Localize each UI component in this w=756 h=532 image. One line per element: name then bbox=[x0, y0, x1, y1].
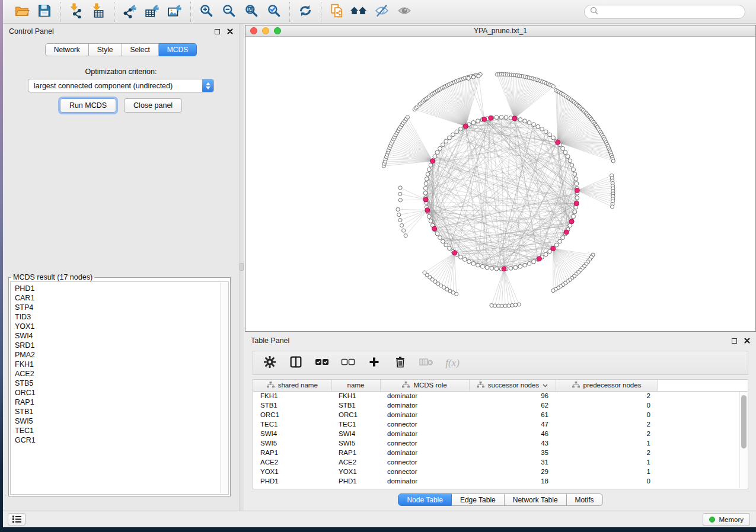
tab-motifs[interactable]: Motifs bbox=[567, 493, 603, 506]
graph-node[interactable] bbox=[523, 119, 527, 123]
graph-hub-node[interactable] bbox=[556, 140, 560, 145]
graph-node[interactable] bbox=[509, 266, 513, 270]
graph-node[interactable] bbox=[423, 191, 428, 196]
graph-leaf-node[interactable] bbox=[507, 304, 511, 307]
close-table-panel-button[interactable] bbox=[744, 338, 750, 344]
panel-splitter[interactable] bbox=[240, 24, 244, 511]
table-row[interactable]: RAP1RAP1dominator352 bbox=[253, 448, 748, 457]
graph-node[interactable] bbox=[566, 155, 570, 159]
task-history-button[interactable] bbox=[8, 513, 25, 525]
first-neighbors-button[interactable] bbox=[349, 2, 369, 21]
column-header-name[interactable]: name bbox=[331, 380, 380, 391]
graph-leaf-node[interactable] bbox=[398, 192, 402, 196]
graph-leaf-node[interactable] bbox=[551, 289, 555, 292]
table-row[interactable]: ACE2ACE2connector311 bbox=[253, 457, 748, 467]
save-session-button[interactable] bbox=[34, 2, 55, 21]
graph-node[interactable] bbox=[551, 136, 556, 140]
graph-node[interactable] bbox=[504, 116, 508, 120]
zoom-in-button[interactable] bbox=[196, 2, 216, 21]
graph-node[interactable] bbox=[568, 159, 572, 163]
mcds-result-item[interactable]: ACE2 bbox=[15, 369, 219, 379]
graph-hub-node[interactable] bbox=[432, 226, 437, 231]
tab-style[interactable]: Style bbox=[89, 43, 122, 56]
network-canvas-container[interactable] bbox=[245, 37, 755, 331]
graph-node[interactable] bbox=[554, 243, 559, 247]
graph-node[interactable] bbox=[532, 123, 536, 127]
graph-node[interactable] bbox=[561, 146, 565, 150]
graph-node[interactable] bbox=[518, 264, 522, 268]
window-close-icon[interactable] bbox=[250, 27, 257, 34]
graph-leaf-node[interactable] bbox=[402, 229, 406, 232]
graph-node[interactable] bbox=[575, 196, 579, 200]
tab-select[interactable]: Select bbox=[122, 43, 159, 56]
mcds-result-item[interactable]: SWI5 bbox=[15, 416, 219, 426]
graph-leaf-node[interactable] bbox=[511, 303, 514, 307]
clone-network-button[interactable] bbox=[327, 2, 347, 21]
zoom-out-button[interactable] bbox=[219, 2, 239, 21]
open-file-button[interactable] bbox=[12, 2, 32, 21]
graph-node[interactable] bbox=[495, 116, 499, 120]
add-column-button[interactable] bbox=[363, 353, 385, 373]
graph-hub-node[interactable] bbox=[537, 257, 541, 261]
graph-node[interactable] bbox=[459, 255, 463, 259]
graph-leaf-node[interactable] bbox=[500, 304, 503, 307]
graph-node[interactable] bbox=[476, 119, 480, 123]
graph-hub-node[interactable] bbox=[430, 159, 435, 164]
export-network-button[interactable] bbox=[120, 2, 140, 21]
graph-leaf-node[interactable] bbox=[396, 207, 400, 211]
graph-leaf-node[interactable] bbox=[471, 75, 475, 79]
graph-node[interactable] bbox=[444, 243, 448, 247]
graph-hub-node[interactable] bbox=[463, 124, 468, 129]
graph-node[interactable] bbox=[435, 150, 439, 155]
graph-leaf-node[interactable] bbox=[398, 219, 402, 222]
graph-node[interactable] bbox=[444, 139, 448, 143]
table-row[interactable]: YOX1YOX1connector291 bbox=[253, 467, 748, 476]
graph-node[interactable] bbox=[572, 214, 576, 219]
memory-button[interactable]: Memory bbox=[703, 513, 750, 526]
graph-leaf-node[interactable] bbox=[551, 85, 555, 88]
hide-selected-button[interactable] bbox=[372, 2, 392, 21]
graph-node[interactable] bbox=[574, 177, 578, 181]
tab-network-table[interactable]: Network Table bbox=[505, 493, 567, 506]
graph-node[interactable] bbox=[573, 172, 577, 177]
graph-node[interactable] bbox=[448, 246, 452, 251]
close-panel-mcds-button[interactable]: Close panel bbox=[124, 98, 182, 113]
graph-node[interactable] bbox=[438, 236, 442, 240]
graph-node[interactable] bbox=[544, 130, 548, 134]
window-maximize-icon[interactable] bbox=[274, 27, 281, 34]
graph-node[interactable] bbox=[433, 155, 437, 159]
mcds-result-item[interactable]: CAR1 bbox=[15, 293, 219, 303]
table-row[interactable]: SWI4SWI4dominator462 bbox=[253, 429, 748, 438]
search-input[interactable] bbox=[601, 8, 739, 16]
toggle-columns-button[interactable] bbox=[285, 353, 307, 373]
column-header-predecessor-nodes[interactable]: predecessor nodes bbox=[556, 380, 658, 391]
graph-node[interactable] bbox=[462, 258, 467, 262]
run-mcds-button[interactable]: Run MCDS bbox=[60, 98, 116, 113]
graph-leaf-node[interactable] bbox=[406, 116, 409, 119]
mcds-result-item[interactable]: STP4 bbox=[15, 303, 219, 312]
table-scrollbar[interactable] bbox=[739, 392, 747, 488]
deselect-all-button[interactable] bbox=[337, 353, 359, 373]
graph-node[interactable] bbox=[471, 121, 476, 125]
graph-hub-node[interactable] bbox=[551, 246, 556, 251]
graph-node[interactable] bbox=[558, 239, 562, 243]
graph-node[interactable] bbox=[459, 127, 463, 131]
graph-node[interactable] bbox=[425, 177, 429, 181]
tab-edge-table[interactable]: Edge Table bbox=[452, 493, 505, 506]
mcds-result-item[interactable]: PHD1 bbox=[15, 284, 219, 293]
graph-node[interactable] bbox=[485, 265, 489, 270]
graph-hub-node[interactable] bbox=[575, 188, 579, 193]
graph-leaf-node[interactable] bbox=[513, 303, 517, 307]
tab-network[interactable]: Network bbox=[45, 43, 89, 56]
graph-node[interactable] bbox=[427, 168, 431, 172]
graph-node[interactable] bbox=[476, 263, 480, 267]
graph-hub-node[interactable] bbox=[489, 116, 493, 120]
graph-node[interactable] bbox=[518, 118, 522, 122]
mcds-result-item[interactable]: TEC1 bbox=[15, 426, 219, 435]
graph-leaf-node[interactable] bbox=[477, 74, 480, 78]
table-row[interactable]: FKH1FKH1dominator962 bbox=[253, 391, 748, 400]
graph-hub-node[interactable] bbox=[564, 230, 569, 235]
mcds-result-item[interactable]: PMA2 bbox=[15, 350, 219, 360]
mcds-result-item[interactable]: RAP1 bbox=[15, 398, 219, 407]
graph-leaf-node[interactable] bbox=[611, 159, 615, 163]
